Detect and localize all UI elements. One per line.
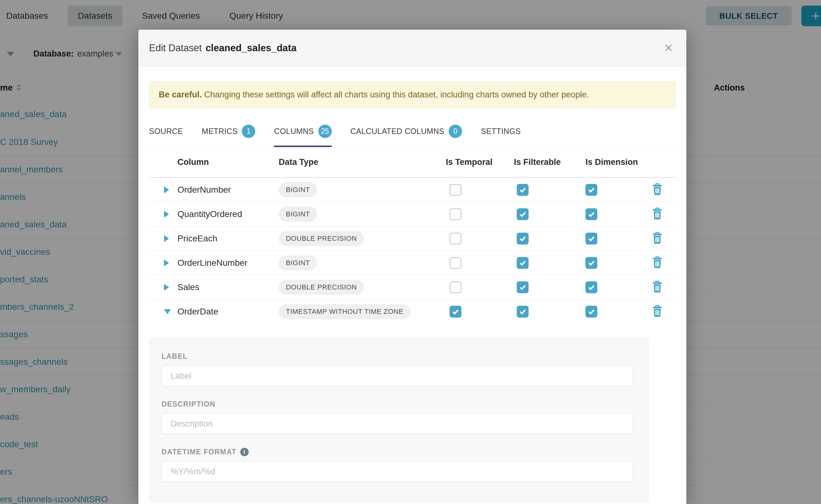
data-type-pill: BIGINT xyxy=(279,255,317,270)
trash-icon[interactable] xyxy=(652,232,663,245)
tab-label: COLUMNS xyxy=(274,127,314,136)
is-temporal-checkbox-unchecked[interactable] xyxy=(450,233,462,245)
close-icon[interactable]: ✕ xyxy=(664,42,673,55)
is-temporal-cell xyxy=(443,233,510,245)
is-temporal-cell xyxy=(443,257,510,269)
expand-caret-icon[interactable] xyxy=(164,284,169,291)
columns-table-header: Column Data Type Is Temporal Is Filterab… xyxy=(149,147,676,178)
columns-table-body: OrderNumberBIGINTQuantityOrderedBIGINTPr… xyxy=(149,178,676,324)
modal-body: Be careful. Changing these settings will… xyxy=(138,81,686,502)
label-field-label: LABEL xyxy=(161,352,632,361)
is-filterable-header: Is Filterable xyxy=(510,157,577,167)
data-type-pill: TIMESTAMP WITHOUT TIME ZONE xyxy=(279,304,410,319)
tab-settings[interactable]: SETTINGS xyxy=(481,125,521,147)
data-type-cell: DOUBLE PRECISION xyxy=(268,280,443,295)
expand-caret-icon[interactable] xyxy=(164,235,169,242)
column-row: SalesDOUBLE PRECISION xyxy=(149,275,676,299)
tab-columns[interactable]: COLUMNS25 xyxy=(274,125,331,147)
is-filterable-checkbox-checked[interactable] xyxy=(517,233,529,245)
is-filterable-cell xyxy=(510,208,577,220)
trash-icon[interactable] xyxy=(652,281,663,294)
column-name: OrderDate xyxy=(177,307,268,317)
tab-count-badge: 1 xyxy=(242,125,255,138)
edit-dataset-modal: Edit Datasetcleaned_sales_data ✕ Be care… xyxy=(138,30,686,504)
is-dimension-cell xyxy=(577,306,649,318)
label-input[interactable] xyxy=(161,366,633,386)
expand-caret-icon[interactable] xyxy=(164,259,169,266)
collapse-caret-icon[interactable] xyxy=(164,309,171,314)
is-temporal-cell xyxy=(443,281,510,293)
expand-cell xyxy=(149,309,177,314)
column-header: Column xyxy=(177,157,268,167)
is-filterable-checkbox-checked[interactable] xyxy=(517,306,529,318)
trash-icon[interactable] xyxy=(652,208,663,221)
is-dimension-checkbox-checked[interactable] xyxy=(586,281,597,293)
is-dimension-cell xyxy=(577,257,649,269)
modal-header: Edit Datasetcleaned_sales_data ✕ xyxy=(138,30,686,67)
tab-label: METRICS xyxy=(202,127,238,136)
data-type-pill: DOUBLE PRECISION xyxy=(279,280,364,295)
description-field: DESCRIPTION xyxy=(161,400,632,434)
trash-icon[interactable] xyxy=(652,305,663,318)
tab-metrics[interactable]: METRICS1 xyxy=(202,125,255,147)
info-icon[interactable]: i xyxy=(240,448,249,456)
description-input[interactable] xyxy=(161,413,633,434)
is-filterable-checkbox-checked[interactable] xyxy=(517,281,529,293)
column-row: OrderLineNumberBIGINT xyxy=(149,251,676,275)
is-filterable-checkbox-checked[interactable] xyxy=(517,184,529,196)
warning-bold-text: Be careful. xyxy=(159,90,202,99)
is-dimension-cell xyxy=(577,233,649,245)
delete-cell xyxy=(649,281,676,294)
is-dimension-checkbox-checked[interactable] xyxy=(586,233,597,245)
is-temporal-cell xyxy=(443,208,510,220)
warning-text: Changing these settings will affect all … xyxy=(202,90,589,99)
tab-calculated-columns[interactable]: CALCULATED COLUMNS0 xyxy=(350,125,463,147)
is-temporal-checkbox-unchecked[interactable] xyxy=(450,281,462,293)
is-dimension-checkbox-checked[interactable] xyxy=(586,257,597,269)
expand-cell xyxy=(149,259,177,266)
modal-title-prefix: Edit Dataset xyxy=(149,42,202,53)
is-temporal-checkbox-unchecked[interactable] xyxy=(450,257,462,269)
delete-cell xyxy=(649,305,676,318)
is-temporal-cell xyxy=(443,184,510,196)
is-filterable-checkbox-checked[interactable] xyxy=(517,257,529,269)
is-filterable-cell xyxy=(510,306,577,318)
expand-caret-icon[interactable] xyxy=(164,211,169,218)
column-row: OrderDateTIMESTAMP WITHOUT TIME ZONE xyxy=(149,299,676,324)
is-filterable-checkbox-checked[interactable] xyxy=(517,208,529,220)
delete-cell xyxy=(649,232,676,245)
data-type-cell: TIMESTAMP WITHOUT TIME ZONE xyxy=(268,304,443,319)
data-type-cell: DOUBLE PRECISION xyxy=(268,231,443,246)
is-dimension-cell xyxy=(577,184,649,196)
modal-title: Edit Datasetcleaned_sales_data xyxy=(149,42,296,54)
is-temporal-checkbox-unchecked[interactable] xyxy=(450,208,462,220)
datetime-format-field-label: DATETIME FORMAT i xyxy=(161,448,632,456)
tab-count-badge: 25 xyxy=(318,125,332,138)
is-filterable-cell xyxy=(510,233,577,245)
column-row: QuantityOrderedBIGINT xyxy=(149,202,676,226)
is-temporal-checkbox-checked[interactable] xyxy=(450,306,462,318)
expand-cell xyxy=(149,284,177,291)
column-name: OrderLineNumber xyxy=(177,258,268,268)
is-dimension-checkbox-checked[interactable] xyxy=(586,184,597,196)
column-name: Sales xyxy=(177,282,268,292)
is-dimension-checkbox-checked[interactable] xyxy=(586,306,597,318)
trash-icon[interactable] xyxy=(652,256,663,269)
is-temporal-checkbox-unchecked[interactable] xyxy=(450,184,462,196)
trash-icon[interactable] xyxy=(652,183,663,196)
is-dimension-checkbox-checked[interactable] xyxy=(586,208,597,220)
is-temporal-header: Is Temporal xyxy=(443,157,510,167)
modal-title-dataset-name: cleaned_sales_data xyxy=(205,42,296,53)
expand-caret-icon[interactable] xyxy=(164,186,169,193)
datetime-format-input[interactable] xyxy=(161,461,633,482)
delete-cell xyxy=(649,208,676,221)
tab-label: SOURCE xyxy=(149,127,183,136)
data-type-cell: BIGINT xyxy=(268,207,443,222)
tab-source[interactable]: SOURCE xyxy=(149,125,183,147)
expand-cell xyxy=(149,186,177,193)
tab-label: SETTINGS xyxy=(481,127,521,136)
expand-cell xyxy=(149,211,177,218)
column-name: QuantityOrdered xyxy=(177,209,268,219)
data-type-header: Data Type xyxy=(268,157,443,167)
delete-cell xyxy=(649,183,676,196)
